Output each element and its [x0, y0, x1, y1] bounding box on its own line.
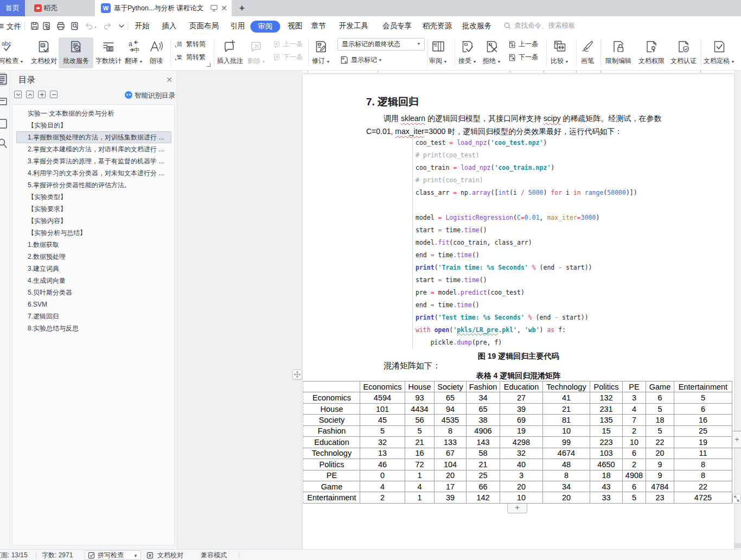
table-cell[interactable]: 32	[500, 448, 543, 459]
toc-item[interactable]: 8.实验总结与反思	[16, 322, 171, 334]
tab-docer[interactable]: 稻壳	[27, 0, 95, 16]
toc-item[interactable]: 【实验内容】	[16, 215, 171, 227]
contents-pane-icon[interactable]	[0, 73, 9, 86]
table-cell[interactable]: 2	[623, 459, 646, 470]
table-cell[interactable]: 20	[435, 470, 467, 481]
table-cell[interactable]: 56	[405, 415, 435, 425]
bookmark-pane-icon[interactable]	[0, 95, 9, 108]
table-cell[interactable]: 41	[543, 392, 590, 403]
table-cell[interactable]: 67	[435, 448, 467, 459]
table-cell[interactable]: 101	[360, 403, 405, 414]
ribbon-reject-button[interactable]: 拒绝▼	[475, 37, 509, 68]
table-cell[interactable]: 1	[405, 492, 435, 503]
table-cell[interactable]: 32	[360, 437, 405, 448]
table-cell[interactable]: 81	[543, 415, 590, 425]
table-header-cell[interactable]: Entertainment	[674, 381, 732, 392]
table-header-cell[interactable]: Education	[500, 381, 543, 392]
table-cell[interactable]: 99	[543, 437, 590, 448]
table-cell[interactable]: 94	[435, 403, 467, 414]
table-cell[interactable]: 34	[467, 392, 500, 403]
menu-insert[interactable]: 插入	[162, 21, 177, 31]
print-button[interactable]	[56, 21, 66, 31]
table-cell[interactable]: 4908	[623, 470, 646, 481]
table-cell[interactable]: 10	[623, 437, 646, 448]
toc-close-icon[interactable]: ✕	[164, 75, 174, 85]
toc-item[interactable]: 7.逻辑回归	[16, 310, 171, 322]
menu-references[interactable]: 引用	[231, 21, 245, 31]
table-cell[interactable]: 7	[623, 415, 646, 425]
ribbon-spellcheck-button[interactable]: abc 拼写检查▼	[0, 37, 25, 68]
table-cell[interactable]: 132	[590, 392, 623, 403]
table-cell[interactable]: 72	[405, 459, 435, 470]
ribbon-doc-certify-button[interactable]: 文档认证	[666, 37, 701, 68]
table-cell[interactable]: 8	[674, 459, 732, 470]
table-row-label[interactable]: PE	[304, 470, 360, 481]
ribbon-trad-to-simp-button[interactable]: 简 繁转简	[175, 39, 206, 49]
table-cell[interactable]: 6	[674, 403, 732, 414]
table-cell[interactable]: 4674	[543, 448, 590, 459]
table-cell[interactable]: 22	[646, 437, 674, 448]
toc-item[interactable]: 3.掌握分类算法的原理，基于有监督的机器学 ...	[16, 155, 171, 167]
toc-item[interactable]: 5.掌握评价分类器性能的评估方法。	[16, 179, 171, 191]
table-header-cell[interactable]: Technology	[543, 381, 590, 392]
table-cell[interactable]: 19	[500, 425, 543, 436]
table-cell[interactable]: 10	[500, 492, 543, 503]
proofread-status[interactable]: 文档校对	[157, 551, 183, 559]
ribbon-grading-service-button[interactable]: 批改服务	[59, 37, 93, 68]
table-cell[interactable]: 5	[623, 492, 646, 503]
menu-start[interactable]: 开始	[135, 21, 150, 31]
table-header-cell[interactable]	[304, 381, 360, 392]
table-cell[interactable]: 104	[435, 459, 467, 470]
table-cell[interactable]: 4	[360, 481, 405, 492]
table-cell[interactable]: 143	[467, 437, 500, 448]
ribbon-show-markup-button[interactable]: 显示标记▼	[340, 55, 382, 65]
table-cell[interactable]: 9	[646, 470, 674, 481]
table-cell[interactable]: 27	[500, 392, 543, 403]
table-header-cell[interactable]: House	[405, 381, 435, 392]
table-cell[interactable]: 3	[500, 470, 543, 481]
ribbon-prev-comment-button[interactable]: 上一条	[272, 39, 303, 49]
table-cell[interactable]: 39	[435, 492, 467, 503]
table-cell[interactable]: 223	[590, 437, 623, 448]
table-cell[interactable]: 3	[623, 392, 646, 403]
table-cell[interactable]: 4434	[405, 403, 435, 414]
ai-recognize-toc-button[interactable]: 智能识别目录	[135, 91, 175, 100]
ribbon-next-comment-button[interactable]: 下一条	[272, 52, 303, 62]
export-button[interactable]	[42, 21, 52, 31]
table-cell[interactable]: 4298	[500, 437, 543, 448]
table-cell[interactable]: 0	[360, 470, 405, 481]
redo-button[interactable]	[103, 21, 112, 31]
table-cell[interactable]: 1	[405, 470, 435, 481]
table-cell[interactable]: 231	[590, 403, 623, 414]
table-cell[interactable]: 5	[646, 425, 674, 436]
toc-item[interactable]: 【实验类型】	[16, 191, 171, 203]
menu-docer-resources[interactable]: 稻壳资源	[423, 21, 452, 31]
table-cell[interactable]: 40	[500, 459, 543, 470]
table-header-cell[interactable]: Economics	[360, 381, 405, 392]
toc-item[interactable]: 1.掌握数据预处理的方法，对训练集数据进行 ...	[16, 131, 171, 143]
confusion-matrix-table[interactable]: EconomicsHouseSocietyFashionEducationTec…	[303, 381, 732, 504]
table-cell[interactable]: 8	[435, 425, 467, 436]
menu-dev-tools[interactable]: 开发工具	[339, 21, 368, 31]
present-to-screen-icon[interactable]	[210, 4, 218, 14]
toc-item[interactable]: 2.数据预处理	[16, 251, 171, 263]
undo-caret-icon[interactable]: ▾	[94, 25, 97, 30]
tab-document[interactable]: W 基于Python...与分析 课程论文 ✕	[95, 0, 232, 16]
table-cell[interactable]: 58	[467, 448, 500, 459]
table-cell[interactable]: 25	[674, 425, 732, 436]
find-pane-icon[interactable]	[0, 137, 9, 150]
table-cell[interactable]: 4	[405, 481, 435, 492]
table-cell[interactable]: 4	[623, 403, 646, 414]
table-cell[interactable]: 5	[674, 392, 732, 403]
table-cell[interactable]: 34	[543, 481, 590, 492]
table-cell[interactable]: 4650	[590, 459, 623, 470]
table-row-label[interactable]: Economics	[304, 392, 360, 403]
table-cell[interactable]: 65	[467, 403, 500, 414]
ribbon-doc-permission-button[interactable]: 文档权限	[634, 37, 669, 68]
table-cell[interactable]: 33	[590, 492, 623, 503]
table-cell[interactable]: 6	[623, 481, 646, 492]
table-cell[interactable]: 8	[674, 470, 732, 481]
ribbon-ink-brush-button[interactable]: 画笔	[570, 37, 605, 68]
table-cell[interactable]: 5	[360, 425, 405, 436]
toc-item[interactable]: 3.建立词典	[16, 263, 171, 275]
